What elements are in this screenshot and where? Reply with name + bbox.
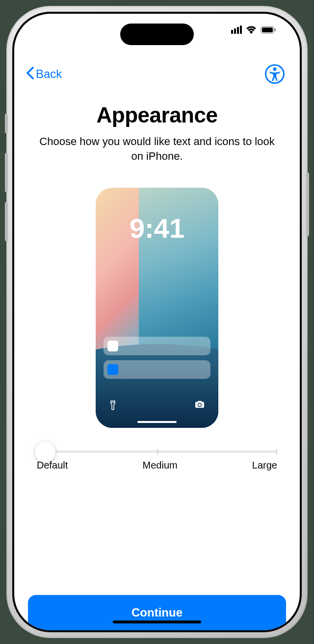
svg-rect-1 xyxy=(262,27,273,32)
slider-label-medium: Medium xyxy=(143,460,178,471)
page-subtitle: Choose how you would like text and icons… xyxy=(33,134,281,163)
back-button[interactable]: Back xyxy=(26,66,62,82)
chevron-left-icon xyxy=(26,66,34,82)
screen: Back Appearance Choose how you wou xyxy=(14,14,300,630)
status-bar xyxy=(231,25,276,34)
accessibility-button[interactable] xyxy=(264,64,285,84)
slider-labels: Default Medium Large xyxy=(37,459,277,471)
svg-point-5 xyxy=(273,68,277,71)
volume-up-button xyxy=(5,153,8,192)
preview-time: 9:41 xyxy=(96,212,218,244)
power-button xyxy=(306,173,309,236)
battery-icon xyxy=(261,26,276,34)
wifi-icon xyxy=(246,26,257,34)
mute-switch xyxy=(5,114,8,133)
continue-button[interactable]: Continue xyxy=(28,595,286,630)
text-size-slider[interactable]: Default Medium Large xyxy=(33,450,281,471)
main-content: Appearance Choose how you would like tex… xyxy=(14,88,300,577)
back-label: Back xyxy=(36,67,62,81)
home-indicator[interactable] xyxy=(113,620,201,623)
flashlight-icon xyxy=(109,400,116,412)
dynamic-island xyxy=(120,24,194,45)
appearance-preview: 9:41 xyxy=(96,188,218,428)
svg-rect-2 xyxy=(275,28,276,31)
page-title: Appearance xyxy=(97,103,218,127)
preview-widget-2 xyxy=(104,360,210,379)
navigation-bar: Back xyxy=(14,58,300,88)
volume-down-button xyxy=(5,202,8,241)
camera-icon xyxy=(195,400,205,412)
preview-widget-1 xyxy=(104,337,210,355)
slider-label-large: Large xyxy=(252,460,277,471)
svg-rect-7 xyxy=(198,401,202,403)
cellular-signal-icon xyxy=(231,25,242,34)
preview-home-indicator xyxy=(137,421,177,423)
device-frame: Back Appearance Choose how you wou xyxy=(6,6,308,638)
preview-widgets xyxy=(104,337,210,384)
